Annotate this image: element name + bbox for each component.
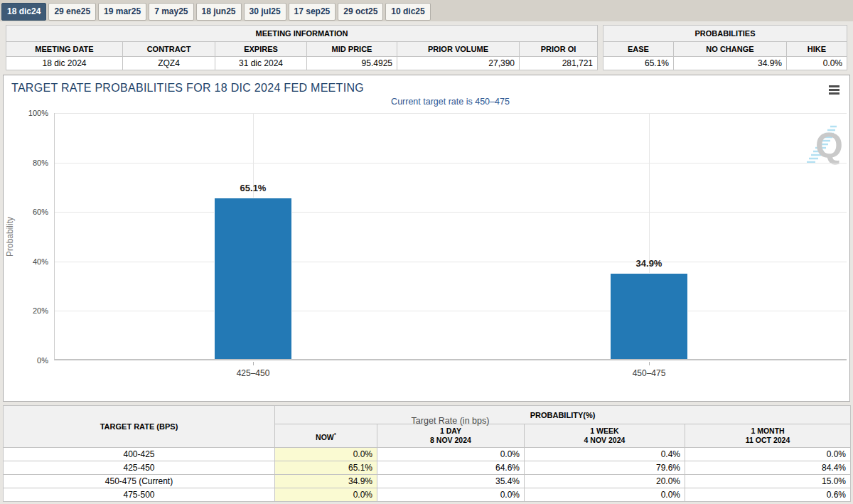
probability-bar — [610, 273, 688, 359]
y-tick-label: 80% — [17, 159, 48, 167]
now-footnote-marker: * — [334, 431, 336, 438]
y-gridline — [55, 113, 847, 114]
col-contract: CONTRACT — [123, 42, 215, 57]
week-probability-cell: 0.0% — [525, 488, 685, 502]
x-axis-tick — [253, 362, 254, 365]
now-probability-cell: 0.0% — [275, 448, 377, 461]
y-gridline — [55, 262, 847, 262]
y-tick-label: 40% — [17, 257, 48, 266]
expires-value: 31 dic 2024 — [215, 57, 307, 70]
col-no-change: NO CHANGE — [673, 42, 786, 57]
prior-volume-value: 27,390 — [397, 57, 520, 70]
plot-area: 0%20%40%60%80%100%65.1%425–45034.9%450–4… — [54, 113, 847, 360]
y-axis-title: Probability — [5, 198, 15, 276]
chart-subtitle: Current target rate is 450–475 — [54, 97, 847, 107]
period-date: 11 OCT 2024 — [688, 436, 847, 445]
col-1-month: 1 MONTH11 OCT 2024 — [685, 424, 851, 448]
period-label: 1 WEEK — [527, 427, 682, 436]
now-label: NOW — [316, 432, 334, 441]
now-probability-cell: 34.9% — [275, 475, 377, 488]
day-probability-cell: 64.6% — [377, 461, 525, 475]
meeting-information-table: MEETING INFORMATION MEETING DATE CONTRAC… — [6, 25, 598, 70]
col-1-week: 1 WEEK4 NOV 2024 — [525, 424, 685, 448]
x-axis-title: Target Rate (in bps) — [54, 416, 847, 426]
ease-value: 65.1% — [603, 57, 673, 70]
col-ease: EASE — [603, 42, 673, 57]
x-axis-tick — [649, 362, 650, 365]
menu-bar — [829, 89, 839, 91]
table-row: 475-5000.0%0.0%0.0%0.6% — [4, 488, 851, 502]
probability-bar — [214, 198, 292, 359]
target-rate-cell: 450-475 (Current) — [4, 475, 275, 488]
chart-title: TARGET RATE PROBABILITIES FOR 18 DIC 202… — [11, 82, 364, 95]
col-hike: HIKE — [786, 42, 847, 57]
month-probability-cell: 15.0% — [685, 475, 851, 488]
col-meeting-date: MEETING DATE — [6, 42, 123, 57]
y-gridline — [55, 212, 847, 213]
col-mid-price: MID PRICE — [307, 42, 397, 57]
table-row: 400-4250.0%0.0%0.4%0.0% — [4, 448, 851, 461]
week-probability-cell: 79.6% — [525, 461, 685, 475]
tab-29-oct25[interactable]: 29 oct25 — [338, 3, 383, 21]
col-now: NOW* — [275, 424, 377, 448]
col-expires: EXPIRES — [215, 42, 307, 57]
tab-18-dic24[interactable]: 18 dic24 — [1, 3, 46, 21]
bar-value-label: 34.9% — [606, 258, 692, 269]
y-tick-label: 100% — [17, 109, 48, 117]
contract-value: ZQZ4 — [123, 57, 215, 70]
mid-price-value: 95.4925 — [307, 57, 397, 70]
target-rate-probabilities-chart: TARGET RATE PROBABILITIES FOR 18 DIC 202… — [3, 75, 850, 402]
tab-30-jul25[interactable]: 30 jul25 — [244, 3, 286, 21]
probabilities-table: PROBABILITIES EASE NO CHANGE HIKE 65.1% … — [603, 25, 847, 70]
target-rate-cell: 425-450 — [4, 461, 275, 475]
tab-29-ene25[interactable]: 29 ene25 — [48, 3, 96, 21]
prior-oi-value: 281,721 — [520, 57, 598, 70]
day-probability-cell: 35.4% — [377, 475, 525, 488]
x-category-label: 450–475 — [606, 368, 692, 378]
spacer — [598, 25, 603, 70]
week-probability-cell: 0.4% — [525, 448, 685, 461]
period-date: 4 NOV 2024 — [527, 436, 682, 445]
y-gridline — [55, 163, 847, 163]
hike-value: 0.0% — [786, 57, 847, 70]
menu-bar — [829, 92, 839, 95]
day-probability-cell: 0.0% — [377, 488, 525, 502]
col-target-rate-bps: TARGET RATE (BPS) — [4, 406, 275, 448]
tab-10-dic25[interactable]: 10 dic25 — [385, 3, 430, 21]
meeting-information-title: MEETING INFORMATION — [6, 26, 598, 42]
hamburger-icon[interactable] — [827, 84, 841, 97]
month-probability-cell: 84.4% — [685, 461, 851, 475]
meeting-date-value: 18 dic 2024 — [6, 57, 123, 70]
probabilities-title: PROBABILITIES — [603, 26, 847, 42]
y-tick-label: 0% — [17, 356, 48, 365]
tab-7-may25[interactable]: 7 may25 — [149, 3, 193, 21]
col-1-day: 1 DAY8 NOV 2024 — [377, 424, 525, 448]
col-prior-oi: PRIOR OI — [520, 42, 598, 57]
table-row: 425-45065.1%64.6%79.6%84.4% — [4, 461, 851, 475]
now-probability-cell: 0.0% — [275, 488, 377, 502]
bar-value-label: 65.1% — [210, 183, 296, 193]
tab-18-jun25[interactable]: 18 jun25 — [196, 3, 242, 21]
day-probability-cell: 0.0% — [377, 448, 525, 461]
now-probability-cell: 65.1% — [275, 461, 377, 475]
month-probability-cell: 0.0% — [685, 448, 851, 461]
meeting-date-tabs: 18 dic2429 ene2519 mar257 may2518 jun253… — [0, 0, 853, 21]
period-label: 1 DAY — [380, 427, 521, 436]
summary-tables-row: MEETING INFORMATION MEETING DATE CONTRAC… — [6, 25, 847, 70]
month-probability-cell: 0.6% — [685, 488, 851, 502]
y-gridline — [55, 311, 847, 311]
y-tick-label: 20% — [17, 306, 48, 315]
menu-bar — [829, 85, 839, 87]
period-label: 1 MONTH — [688, 427, 847, 436]
tab-17-sep25[interactable]: 17 sep25 — [289, 3, 336, 21]
tab-19-mar25[interactable]: 19 mar25 — [98, 3, 146, 21]
no-change-value: 34.9% — [673, 57, 786, 70]
table-row: 450-475 (Current)34.9%35.4%20.0%15.0% — [4, 475, 851, 488]
x-category-label: 425–450 — [210, 368, 296, 378]
y-tick-label: 60% — [17, 208, 48, 216]
week-probability-cell: 20.0% — [525, 475, 685, 488]
period-date: 8 NOV 2024 — [380, 436, 521, 445]
col-prior-volume: PRIOR VOLUME — [397, 42, 520, 57]
target-rate-cell: 400-425 — [4, 448, 275, 461]
target-rate-cell: 475-500 — [4, 488, 275, 502]
